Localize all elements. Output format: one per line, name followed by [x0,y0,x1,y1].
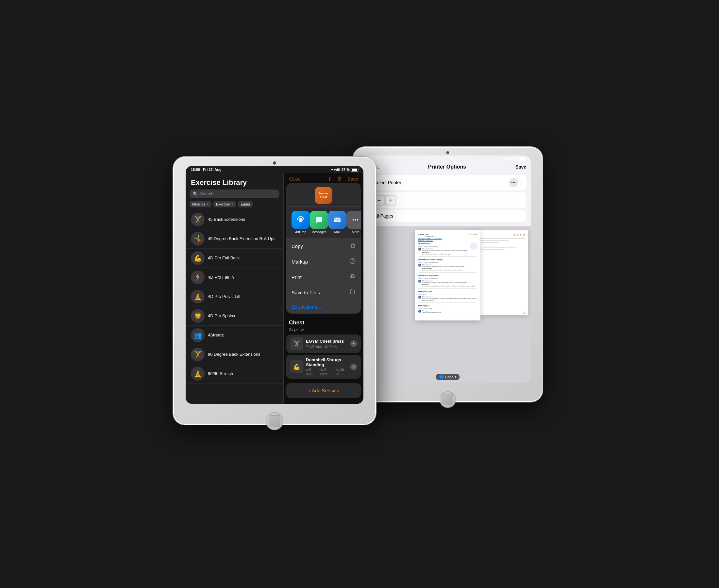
select-printer-row[interactable]: Select Printer ••• › [369,175,526,190]
all-pages-chevron: › [521,214,521,218]
back-screen: WiFi 87 % Print Printer Options Save [365,155,531,383]
card-meta-1: ≡ 5 sets ↻ 5 reps ⚖ 30 kg [306,368,348,376]
copies-plus-btn[interactable]: + [386,196,395,205]
filter-muscles-arrow: ▼ [206,203,209,206]
card-thumb-0: 🏋️ [290,337,303,350]
exercise-name-2: 4D Pro Fall Back [208,255,240,261]
markup-label: Markup [291,259,308,265]
doc-page-1: Simon Hall August 2021 Duration: 8 weeks… [415,230,480,320]
filter-exercise-label: Exercise [216,202,230,206]
copy-action[interactable]: Copy [286,238,361,254]
doc-s5-starting-detail: Sit resting against the chest pad. [422,312,441,314]
doc-section-1: ell Bench Press 5 Sets: 5 Reps: 3 (40/45… [418,243,477,257]
exercise-item-8[interactable]: 🧘 90/90 Stretch [186,364,283,383]
svg-point-2 [353,219,354,220]
doc-user-block: Simon Hall August 2021 Duration: 8 weeks… [418,234,441,241]
exercise-name-0: 45 Back Extensions [208,217,245,223]
exercise-item-2[interactable]: 💪 4D Pro Fall Back [186,249,283,268]
back-battery-label: 87 % [511,157,519,161]
front-screen: 15:50 Fri 27. Aug ▾ wifi 87 % [186,166,364,404]
exercise-name-3: 4D Pro Fall In [208,275,234,280]
info-bubble-4: i [418,296,421,299]
front-status-bar: 15:50 Fri 27. Aug ▾ wifi 87 % [186,166,364,173]
remove-card-0[interactable]: × [350,340,357,347]
copy-icon [349,242,355,250]
mail-icon [328,211,346,229]
info-bubble-2: i [418,264,421,267]
sidebar-search-box[interactable]: 🔍 Search [189,189,280,198]
devices-wrapper: WiFi 87 % Print Printer Options Save [163,114,556,474]
status-icons: ▾ wifi 87 % [331,168,358,172]
card-weight-1: ⚖ 30 kg [336,368,348,376]
svg-point-3 [355,219,356,220]
workout-section-title: Chest [286,316,361,327]
exercise-item-5[interactable]: 🦁 4D Pro Sphinx [186,307,283,326]
print-icon [350,273,355,280]
print-action[interactable]: Print [286,270,361,285]
exercise-name-1: 45 Degree Back Extension Roll Ups [208,236,275,242]
mail-item[interactable]: Mail [328,211,346,234]
filter-muscles[interactable]: Muscles ▼ [189,201,211,207]
svg-rect-8 [351,277,354,278]
printer-more-btn[interactable]: ••• [509,178,518,187]
printer-nav: Print Printer Options Save [365,162,531,172]
save-to-files-label: Save to Files [291,290,320,295]
battery-text: 87 % [342,168,350,171]
back-battery-icon [519,157,526,161]
exercise-name-8: 90/90 Stretch [208,371,233,377]
doc-ends: Ends on: 23.09.2021 [418,239,441,241]
back-egym-logo: E G Y M [473,234,525,236]
doc-s2-info: i Starting position: Hold dumbbells side… [418,264,477,271]
filter-equip[interactable]: Equip [238,201,252,207]
exercise-item-0[interactable]: 🏋️ 45 Back Extensions [186,210,283,229]
front-screen-content: 15:50 Fri 27. Aug ▾ wifi 87 % [186,166,364,404]
save-to-files-action[interactable]: Save to Files [286,285,361,300]
exercise-item-3[interactable]: 🏃 4D Pro Fall In [186,268,283,287]
save-print-button[interactable]: Save [515,164,526,170]
exercise-avatar-0: 🏋️ [191,213,205,226]
remove-card-1[interactable]: × [350,363,357,370]
exercise-avatar-7: 🏋️ [191,348,205,361]
exercise-item-1[interactable]: 🤸 45 Degree Back Extension Roll Ups [186,229,283,249]
edit-actions-label: Edit Actions... [291,304,321,310]
markup-action[interactable]: Markup [286,254,361,270]
card-weight-0: ⚖ 44 kg [325,344,337,349]
front-home-button[interactable] [266,412,283,430]
copies-minus-btn[interactable]: − [374,196,384,205]
exercise-list: 🏋️ 45 Back Extensions 🤸 45 Degree Back E… [186,210,283,404]
more-item[interactable]: More [346,211,361,234]
status-time: 15:50 Fri 27. Aug [191,168,222,171]
more-share-icon [346,211,361,229]
exercise-item-6[interactable]: 👥 4Streatz [186,326,283,345]
status-date-value: Fri 27. Aug [203,168,221,171]
card-meta-0: ↻ 10 reps ⚖ 44 kg [306,344,348,349]
svg-rect-5 [351,244,355,248]
exercise-item-7[interactable]: 🏋️ 90 Degree Back Extensions [186,345,283,364]
doc-line [473,238,525,239]
add-session-button[interactable]: + Add Session [286,383,361,398]
mail-label: Mail [334,230,340,234]
search-icon: 🔍 [193,191,198,196]
airdrop-item[interactable]: AirDrop [291,211,310,234]
doc-s3-desc: Starting position: Grasp the dumbbell wi… [422,280,476,287]
exercise-item-4[interactable]: 🧘 4D Pro Pelvic Lift [186,287,283,307]
exercise-avatar-3: 🏃 [191,271,205,284]
back-home-button[interactable] [439,391,456,408]
copies-stepper[interactable]: − + [374,195,396,206]
sidebar-title: Exercise Library [186,173,283,189]
doc-s1-sets: 5 Sets: 5 Reps: 3 (40/45/45) kg [418,245,469,247]
filter-equip-label: Equip [241,202,250,206]
filter-exercise[interactable]: Exercise ▼ [213,201,236,207]
doc-section-3: elbelt Incline Bench Press 5 Sets: 5 Rep… [418,275,477,289]
wifi-icon: wifi [334,168,340,171]
edit-actions-action[interactable]: Edit Actions... [286,300,361,314]
all-pages-row[interactable]: All Pages › [369,210,526,222]
doc-preview-area: E G Y M [365,226,531,383]
workout-card-1: 💪 Dumbbell Shrugs Standing ≡ 5 sets ↻ 5 … [286,355,361,379]
sidebar-filters: Muscles ▼ Exercise ▼ Equip [186,201,283,210]
signal-icon: ▾ [331,168,333,172]
all-pages-label: All Pages [374,213,393,218]
doc-s3-title: elbelt Incline Bench Press [418,275,477,277]
messages-item[interactable]: Messages [310,211,328,234]
card-info-0: EGYM Chest press ↻ 10 reps ⚖ 44 kg [306,339,348,349]
